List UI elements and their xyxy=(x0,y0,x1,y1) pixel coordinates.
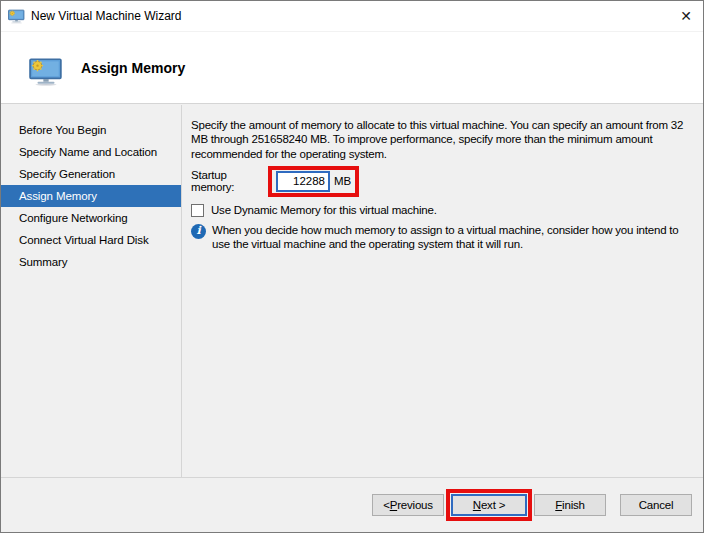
dynamic-memory-checkbox-label: Use Dynamic Memory for this virtual mach… xyxy=(211,204,437,216)
next-button[interactable]: Next > xyxy=(451,494,527,516)
sidebar-item-configure-networking[interactable]: Configure Networking xyxy=(1,207,181,229)
vm-page-icon xyxy=(29,58,63,86)
dynamic-memory-row: Use Dynamic Memory for this virtual mach… xyxy=(191,204,701,217)
dynamic-memory-checkbox[interactable] xyxy=(191,204,204,217)
sidebar-item-connect-virtual-hard-disk[interactable]: Connect Virtual Hard Disk xyxy=(1,229,181,251)
description-line: Specify the amount of memory to allocate… xyxy=(191,118,701,132)
startup-memory-row: Startup memory: MB xyxy=(191,166,701,197)
sidebar-item-assign-memory[interactable]: Assign Memory xyxy=(1,185,181,207)
info-icon: i xyxy=(191,224,206,239)
finish-button[interactable]: Finish xyxy=(534,494,606,516)
window-title: New Virtual Machine Wizard xyxy=(31,9,182,23)
vm-app-icon xyxy=(8,9,25,24)
startup-memory-label: Startup memory: xyxy=(191,169,268,193)
sidebar-item-specify-generation[interactable]: Specify Generation xyxy=(1,163,181,185)
wizard-steps-sidebar: Before You Begin Specify Name and Locati… xyxy=(1,105,182,479)
annotation-box-memory-input: MB xyxy=(268,166,359,197)
info-note: When you decide how much memory to assig… xyxy=(212,223,679,252)
memory-unit-label: MB xyxy=(334,175,351,187)
sidebar-item-specify-name-and-location[interactable]: Specify Name and Location xyxy=(1,141,181,163)
sidebar-item-before-you-begin[interactable]: Before You Begin xyxy=(1,119,181,141)
page-description: Specify the amount of memory to allocate… xyxy=(191,118,701,161)
close-icon: ✕ xyxy=(680,8,692,24)
cancel-button[interactable]: Cancel xyxy=(620,494,692,516)
wizard-window: New Virtual Machine Wizard ✕ Assign Memo… xyxy=(0,0,704,533)
info-note-line: use the virtual machine and the operatin… xyxy=(212,237,679,251)
close-button[interactable]: ✕ xyxy=(669,3,703,29)
wizard-page-content: Specify the amount of memory to allocate… xyxy=(182,105,703,479)
info-note-row: i When you decide how much memory to ass… xyxy=(191,223,701,252)
previous-button[interactable]: < Previous xyxy=(372,494,444,516)
annotation-box-next-button: Next > xyxy=(446,489,532,521)
page-title: Assign Memory xyxy=(81,60,185,76)
wizard-header: Assign Memory xyxy=(1,32,703,104)
description-line: MB through 251658240 MB. To improve perf… xyxy=(191,132,701,146)
sidebar-item-summary[interactable]: Summary xyxy=(1,251,181,273)
info-note-line: When you decide how much memory to assig… xyxy=(212,223,679,237)
startup-memory-input[interactable] xyxy=(276,171,330,192)
title-bar: New Virtual Machine Wizard ✕ xyxy=(1,1,703,32)
wizard-footer: < Previous Next > Finish Cancel xyxy=(1,477,703,532)
description-line: recommended for the operating system. xyxy=(191,147,701,161)
